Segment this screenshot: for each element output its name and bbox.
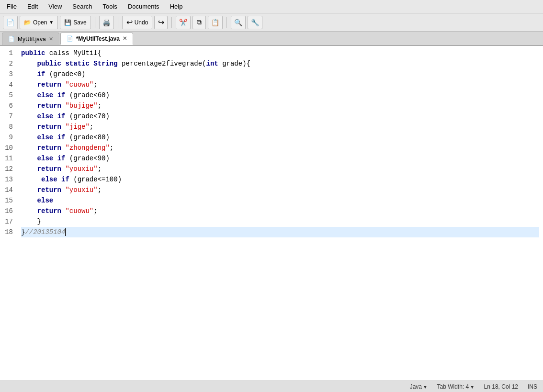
paste-icon: 📋: [211, 19, 219, 26]
cut-icon: ✂️: [179, 19, 187, 26]
open-label: Open: [33, 19, 47, 26]
tab-bar: 📄 MyUtil.java ✕ 📄 *MyUtilTest.java ✕: [0, 32, 543, 46]
search-replace-icon: 🔧: [251, 19, 259, 26]
code-line-8: return "jige";: [21, 122, 539, 132]
code-line-5: else if (grade<60): [21, 90, 539, 101]
code-line-14: return "youxiu";: [21, 185, 539, 195]
tab-myutil-icon: 📄: [8, 36, 15, 42]
tab-myutil[interactable]: 📄 MyUtil.java ✕: [2, 33, 59, 45]
search-button[interactable]: 🔍: [231, 16, 246, 29]
code-line-12: return "youxiu";: [21, 164, 539, 174]
menu-edit[interactable]: Edit: [23, 2, 43, 11]
code-line-17: }: [21, 216, 539, 227]
menu-file[interactable]: File: [2, 2, 22, 11]
save-icon: 💾: [64, 19, 71, 26]
code-editor[interactable]: public calss MyUtil{ public static Strin…: [17, 46, 543, 381]
tab-myutil-label: MyUtil.java: [18, 36, 46, 43]
tab-myutiltest[interactable]: 📄 *MyUtilTest.java ✕: [60, 33, 133, 45]
open-dropdown-icon: ▼: [49, 20, 54, 25]
menu-documents[interactable]: Documents: [123, 2, 164, 11]
tab-myutiltest-icon: 📄: [67, 35, 73, 42]
search-replace-button[interactable]: 🔧: [248, 16, 262, 29]
paste-button[interactable]: 📋: [208, 16, 223, 29]
menu-search[interactable]: Search: [68, 2, 97, 11]
code-line-2: public static String percentage2fivegrad…: [21, 58, 539, 69]
copy-button[interactable]: ⧉: [192, 16, 206, 29]
code-line-1: public calss MyUtil{: [21, 48, 539, 58]
print-icon: 🖨️: [102, 19, 111, 26]
code-line-18: }//20135104: [21, 227, 539, 237]
tab-myutiltest-close[interactable]: ✕: [123, 35, 127, 42]
code-line-3: if (grade<0): [21, 69, 539, 79]
cut-button[interactable]: ✂️: [176, 16, 191, 29]
code-line-13: else if (grade<=100): [21, 174, 539, 185]
tab-width-label[interactable]: Tab Width: 4: [437, 383, 474, 390]
print-button[interactable]: 🖨️: [99, 16, 114, 29]
position-status: Ln 18, Col 12: [484, 383, 518, 390]
undo-button[interactable]: ↩ Undo: [122, 16, 153, 29]
menu-help[interactable]: Help: [165, 2, 188, 11]
code-line-4: return "cuowu";: [21, 79, 539, 90]
menu-view[interactable]: View: [44, 2, 67, 11]
new-file-button[interactable]: 📄: [3, 16, 18, 29]
mode-label: INS: [528, 383, 537, 390]
mode-status: INS: [528, 383, 537, 390]
redo-button[interactable]: ↪: [154, 16, 168, 29]
separator-1: [95, 17, 95, 28]
menu-tools[interactable]: Tools: [98, 2, 122, 11]
code-line-15: else: [21, 195, 539, 206]
save-label: Save: [73, 19, 86, 26]
language-status[interactable]: Java: [410, 383, 428, 390]
separator-3: [171, 17, 172, 28]
tab-myutiltest-label: *MyUtilTest.java: [76, 35, 120, 42]
tab-width-status[interactable]: Tab Width: 4: [437, 383, 474, 390]
search-icon: 🔍: [234, 19, 242, 26]
status-bar: Java Tab Width: 4 Ln 18, Col 12 INS: [0, 381, 543, 392]
open-button[interactable]: 📂 Open ▼: [20, 16, 58, 29]
new-file-icon: 📄: [6, 19, 14, 26]
position-label: Ln 18, Col 12: [484, 383, 518, 390]
undo-label: Undo: [135, 19, 148, 26]
code-line-6: return "bujige";: [21, 101, 539, 111]
undo-icon: ↩: [126, 18, 133, 27]
open-icon: 📂: [24, 19, 31, 26]
language-label[interactable]: Java: [410, 383, 428, 390]
editor[interactable]: 1 2 3 4 5 6 7 8 9 10 11 12 13 14 15 16 1…: [0, 46, 543, 381]
redo-icon: ↪: [158, 18, 164, 27]
code-line-16: return "cuowu";: [21, 206, 539, 216]
line-numbers: 1 2 3 4 5 6 7 8 9 10 11 12 13 14 15 16 1…: [0, 46, 17, 381]
tab-myutil-close[interactable]: ✕: [49, 36, 53, 42]
toolbar: 📄 📂 Open ▼ 💾 Save 🖨️ ↩ Undo ↪ ✂️ ⧉ 📋 🔍: [0, 13, 543, 32]
separator-4: [226, 17, 227, 28]
copy-icon: ⧉: [197, 18, 202, 26]
code-line-10: return "zhongdeng";: [21, 143, 539, 153]
separator-2: [118, 17, 118, 28]
code-line-7: else if (grade<70): [21, 111, 539, 122]
code-line-11: else if (grade<90): [21, 153, 539, 164]
menu-bar: File Edit View Search Tools Documents He…: [0, 0, 543, 13]
code-line-9: else if (grade<80): [21, 132, 539, 143]
save-button[interactable]: 💾 Save: [60, 16, 90, 29]
